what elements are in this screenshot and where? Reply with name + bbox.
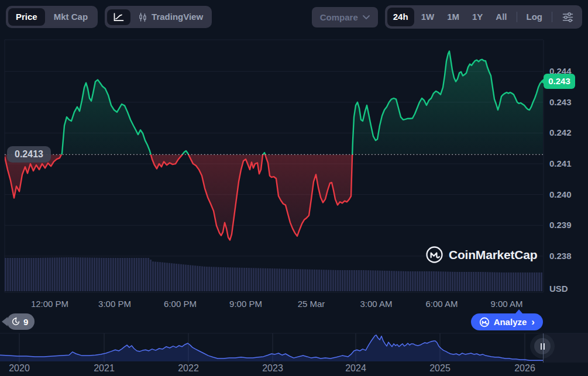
price-chart-page: Price Mkt Cap TradingView <box>0 0 588 376</box>
chevron-right-icon: › <box>531 316 535 328</box>
sliders-icon <box>562 12 573 22</box>
compare-label: Compare <box>320 12 358 22</box>
x-axis-label: 9:00 AM <box>480 299 533 309</box>
x-axis-label: 12:00 PM <box>23 299 76 309</box>
coinmarketcap-logo-icon <box>425 246 443 264</box>
range-1y[interactable]: 1Y <box>466 8 489 26</box>
coinmarketcap-watermark: CoinMarketCap <box>425 246 537 264</box>
x-axis-label: 6:00 AM <box>415 299 468 309</box>
analyze-label: Analyze <box>494 317 527 327</box>
range-selector: 24h 1W 1M 1Y All Log <box>385 5 582 29</box>
history-button[interactable]: 9 <box>7 313 35 330</box>
year-label: 2023 <box>249 363 296 374</box>
history-count: 9 <box>23 317 28 327</box>
history-clock-icon <box>11 317 20 326</box>
y-axis-label: 0.238 <box>549 251 584 261</box>
chart-type-toggle: TradingView <box>105 6 212 28</box>
range-24h[interactable]: 24h <box>387 8 414 26</box>
line-chart-type-button[interactable] <box>107 9 130 25</box>
tradingview-label: TradingView <box>152 12 203 22</box>
x-axis-label: 3:00 AM <box>350 299 403 309</box>
y-axis-label: 0.243 <box>549 97 584 107</box>
open-price-label: 0.2413 <box>7 146 51 163</box>
tradingview-chart-button[interactable]: TradingView <box>132 8 209 26</box>
price-mktcap-toggle: Price Mkt Cap <box>6 6 98 28</box>
y-axis-unit: USD <box>549 284 584 294</box>
line-chart-icon <box>114 13 124 22</box>
current-price-value: 0.243 <box>548 76 570 86</box>
log-scale-button[interactable]: Log <box>521 8 549 26</box>
open-price-value: 0.2413 <box>15 149 43 160</box>
divider <box>517 12 517 22</box>
divider <box>552 12 552 22</box>
year-label: 2026 <box>501 363 548 374</box>
analyze-button[interactable]: Analyze › <box>471 313 543 330</box>
x-axis-label: 9:00 PM <box>219 299 272 309</box>
chevron-down-icon <box>363 15 370 19</box>
year-label: 2021 <box>81 363 128 374</box>
year-label: 2024 <box>332 363 379 374</box>
chart-settings-button[interactable] <box>556 9 580 26</box>
range-all[interactable]: All <box>490 8 513 26</box>
x-axis-label: 6:00 PM <box>154 299 207 309</box>
compare-button[interactable]: Compare <box>312 7 378 27</box>
navigator-drag-handle[interactable] <box>534 338 551 354</box>
year-label: 2020 <box>0 363 43 374</box>
year-label: 2022 <box>165 363 212 374</box>
price-tab[interactable]: Price <box>8 8 45 26</box>
year-label: 2025 <box>417 363 463 374</box>
analyze-logo-icon <box>479 317 490 327</box>
y-axis-label: 0.242 <box>549 127 584 137</box>
range-1w[interactable]: 1W <box>415 8 441 26</box>
chart-toolbar: Price Mkt Cap TradingView <box>6 5 582 29</box>
current-price-badge: 0.243 <box>544 74 575 89</box>
candlestick-icon <box>138 12 147 22</box>
x-axis-label: 25 Mar <box>285 299 338 309</box>
x-axis-label: 3:00 PM <box>88 299 141 309</box>
mktcap-tab[interactable]: Mkt Cap <box>46 8 95 26</box>
timeline-navigator[interactable] <box>0 333 544 363</box>
range-1m[interactable]: 1M <box>441 8 465 26</box>
watermark-text: CoinMarketCap <box>449 248 537 262</box>
y-axis-label: 0.240 <box>549 189 584 199</box>
y-axis-label: 0.241 <box>549 158 584 168</box>
y-axis-label: 0.239 <box>549 220 584 230</box>
